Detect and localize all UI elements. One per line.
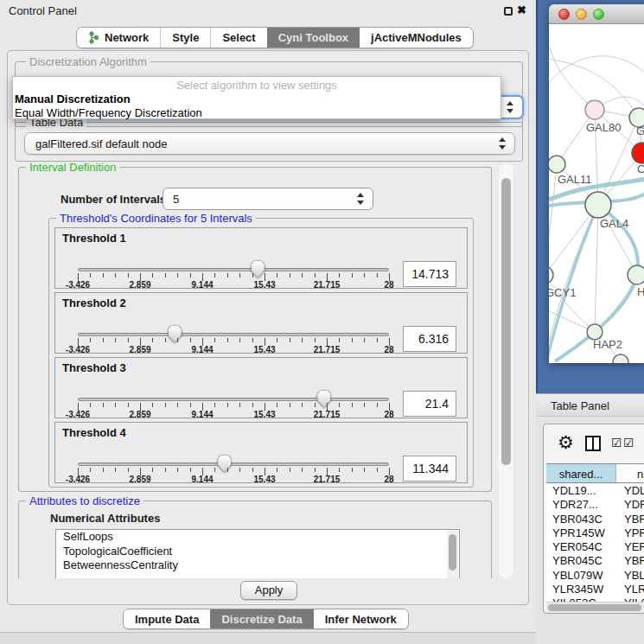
stepper-icon (507, 101, 514, 113)
threshold-1-value[interactable]: 14.713 (403, 261, 456, 287)
horizontal-scrollbar[interactable] (546, 602, 644, 613)
dropdown-option-manual-discretization[interactable]: Manual Discretization (15, 92, 131, 105)
number-of-intervals-value: 5 (173, 193, 179, 206)
close-traffic-light-icon[interactable] (558, 9, 570, 20)
tick-mark (290, 338, 290, 342)
network-view-window[interactable]: GAL80 GA C GAL11 GAL4 GCY1 H HAP2 (549, 4, 644, 363)
node-label: GAL80 (586, 121, 621, 134)
tick-mark (214, 403, 215, 407)
vertical-scrollbar[interactable] (499, 163, 513, 578)
checkbox-icon[interactable]: ☑ (611, 436, 622, 450)
tab-style[interactable]: Style (160, 28, 210, 48)
dropdown-option-equal-width-frequency[interactable]: Equal Width/Frequency Discretization (15, 106, 202, 119)
table-row[interactable]: YLR345WYLR3 (546, 583, 644, 596)
network-canvas[interactable]: GAL80 GA C GAL11 GAL4 GCY1 H HAP2 (549, 24, 644, 363)
tab-network[interactable]: Network (77, 28, 160, 48)
table-data-combobox[interactable]: galFiltered.sif default node (24, 132, 515, 155)
slider-tick-labels: -3.4262.8599.14415.4321.71528 (78, 280, 389, 290)
tab-select[interactable]: Select (210, 28, 266, 48)
list-item[interactable]: BetweennessCentrality (56, 558, 459, 573)
tab-jactivemnodules[interactable]: jActiveMNodules (360, 28, 473, 48)
table-row[interactable]: YBR045CYBR0 (546, 554, 644, 568)
tick-mark (239, 338, 240, 342)
thresholds-group-title: Threshold's Coordinates for 5 Intervals (56, 212, 256, 225)
tick-mark (239, 468, 240, 472)
table-row[interactable]: YBR043CYBR0 (546, 513, 644, 526)
tab-cyni-toolbox[interactable]: Cyni Toolbox (267, 28, 360, 48)
table-row[interactable]: YDL19...YDL1 (546, 484, 644, 498)
close-icon[interactable]: ✖ (517, 3, 526, 16)
column-header-shared-name[interactable]: shared... (546, 464, 616, 482)
stepper-icon[interactable] (357, 193, 365, 205)
tab-infer-network[interactable]: Infer Network (314, 609, 408, 628)
horizontal-scrollbar-thumb[interactable] (548, 604, 641, 611)
tick-mark (227, 468, 228, 472)
threshold-1-label: Threshold 1 (62, 232, 126, 245)
right-panel: GAL80 GA C GAL11 GAL4 GCY1 H HAP2 Table … (536, 0, 644, 644)
threshold-4-value[interactable]: 11.344 (403, 456, 456, 481)
threshold-3-value[interactable]: 21.4 (403, 391, 456, 417)
tick-mark (190, 403, 191, 407)
network-window-titlebar[interactable] (549, 4, 644, 24)
network-node-gal80 (585, 100, 604, 119)
tick-mark (339, 468, 340, 472)
tick-mark (177, 468, 178, 472)
list-scrollbar[interactable] (447, 531, 458, 578)
number-of-intervals-label: Number of Intervals (61, 193, 166, 206)
tick-mark (190, 338, 191, 342)
column-header-name[interactable]: na (616, 464, 644, 482)
tick-mark (315, 468, 316, 472)
gear-icon[interactable]: ⚙ (558, 432, 574, 453)
float-window-icon[interactable] (504, 7, 513, 16)
tab-discretize-data[interactable]: Discretize Data (210, 609, 313, 628)
tick-mark (252, 273, 253, 277)
list-scrollbar-thumb[interactable] (449, 534, 456, 571)
tab-impute-data[interactable]: Impute Data (124, 609, 210, 628)
zoom-traffic-light-icon[interactable] (593, 9, 604, 20)
list-item[interactable]: SelfLoops (56, 530, 459, 545)
network-icon (88, 31, 99, 44)
table-row[interactable]: YBL079WYBL0 (546, 569, 644, 583)
tick-mark (103, 338, 104, 342)
tick-mark (239, 403, 240, 407)
tick-mark (302, 273, 303, 277)
tick-mark (252, 338, 253, 342)
table-panel-title: Table Panel (551, 399, 609, 412)
apply-button[interactable]: Apply (240, 581, 297, 600)
tick-mark (214, 468, 215, 472)
tick-mark (165, 338, 166, 342)
table-row[interactable]: YER054CYER0 (546, 540, 644, 554)
tick-mark (302, 403, 303, 407)
table-panel-body: ⚙ ☑ ☑ shared... na YDL19...YDL1YDR27...Y… (536, 418, 644, 644)
table-row[interactable]: YPR145WYPR1 (546, 526, 644, 540)
network-node-bottom (613, 354, 628, 363)
checkbox-icon[interactable]: ☑ (623, 436, 634, 450)
tick-mark (339, 273, 340, 277)
minimize-traffic-light-icon[interactable] (576, 9, 587, 20)
threshold-3-panel: Threshold 3 -3.4262.8599.14415.4321.7152… (54, 357, 468, 418)
network-node-gcy1 (549, 266, 553, 284)
numerical-attributes-list[interactable]: SelfLoopsTopologicalCoefficientBetweenne… (55, 529, 460, 578)
vertical-scrollbar-thumb[interactable] (501, 178, 511, 465)
list-item[interactable]: TopologicalCoefficient (56, 545, 459, 559)
threshold-1-panel: Threshold 1 -3.4262.8599.14415.4321.7152… (54, 227, 468, 289)
tick-mark (339, 403, 340, 407)
table-row[interactable]: YDR27...YDR2 (546, 498, 644, 512)
tick-mark (90, 468, 91, 472)
tick-mark (214, 338, 215, 342)
threshold-2-value[interactable]: 6.316 (403, 326, 456, 352)
tick-mark (290, 403, 290, 407)
tick-label: 2.859 (114, 280, 166, 290)
table-rows: YDL19...YDL1YDR27...YDR2YBR043CYBR0YPR14… (546, 484, 644, 602)
tick-mark (377, 403, 378, 407)
attributes-group-title: Attributes to discretize (26, 494, 143, 507)
tick-mark (190, 468, 191, 472)
table-panel-header: Table Panel (536, 393, 644, 417)
tick-mark (115, 273, 116, 277)
tick-mark (90, 403, 91, 407)
tick-mark (128, 273, 129, 277)
tick-mark (352, 468, 353, 472)
node-label: HAP2 (593, 338, 622, 351)
number-of-intervals-spinner[interactable]: 5 (163, 188, 373, 210)
split-columns-icon[interactable] (585, 436, 601, 451)
